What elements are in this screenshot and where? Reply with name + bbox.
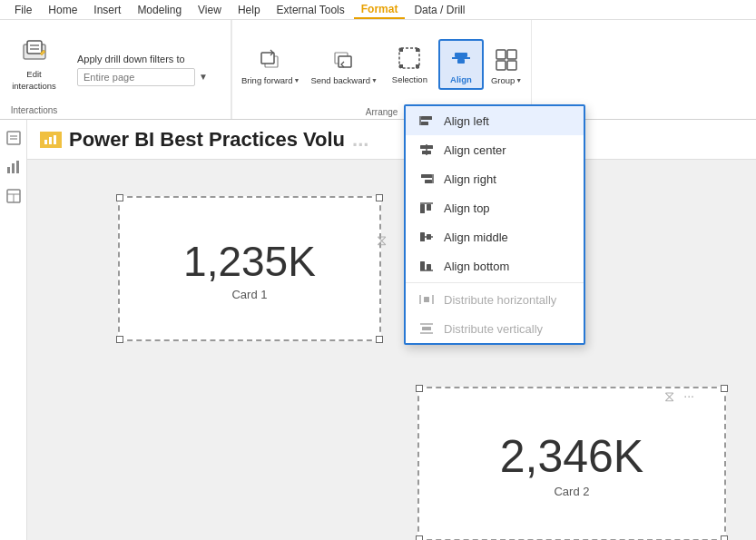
svg-rect-30 (49, 137, 52, 144)
canvas-area: Power BI Best Practices Volu ... nd Visu… (27, 120, 756, 540)
dropdown-divider (406, 282, 584, 283)
group-button[interactable]: Group ▼ (487, 43, 525, 87)
menu-format[interactable]: Format (354, 1, 406, 19)
align-middle-item[interactable]: Align middle (406, 222, 584, 251)
group-icon (493, 46, 520, 74)
ribbon: Editinteractions Interactions Apply dril… (0, 20, 756, 120)
svg-rect-23 (7, 167, 10, 173)
align-dropdown: Align left Align center Align right (404, 104, 585, 345)
card2-handle-bl (416, 535, 423, 540)
menu-insert[interactable]: Insert (86, 2, 128, 18)
card2-more-icon[interactable]: ··· (683, 388, 694, 403)
distribute-v-icon (418, 320, 435, 337)
align-icon (447, 44, 475, 72)
align-right-item[interactable]: Align right (406, 164, 584, 193)
distribute-v-label: Distribute vertically (444, 322, 543, 336)
report-bar-icon (40, 132, 62, 148)
align-right-label: Align right (444, 172, 496, 186)
card2-handle-tl (416, 385, 423, 392)
card-2[interactable]: 2,346K Card 2 (417, 387, 726, 540)
bring-forward-label: Bring forward (241, 75, 293, 85)
align-top-icon (418, 200, 435, 216)
svg-rect-11 (399, 64, 403, 68)
svg-rect-40 (425, 180, 432, 183)
svg-rect-46 (427, 234, 431, 240)
card1-value: 1,235K (183, 237, 316, 286)
distribute-h-label: Distribute horizontally (444, 293, 556, 307)
card1-label: Card 1 (231, 288, 267, 301)
drill-filter-select[interactable] (77, 68, 195, 86)
align-middle-label: Align middle (444, 231, 508, 244)
svg-rect-20 (7, 132, 20, 144)
sidebar-visual-icon[interactable] (3, 156, 25, 178)
align-left-item[interactable]: Align left (406, 106, 584, 135)
svg-rect-29 (44, 140, 47, 144)
selection-button[interactable]: Selection (385, 41, 435, 88)
menu-help[interactable]: Help (231, 2, 268, 18)
svg-rect-43 (427, 204, 431, 211)
svg-rect-15 (457, 59, 465, 64)
distribute-h-icon (418, 291, 435, 308)
canvas: 1,235K Card 1 ⧖ 2,346K Card 2 ⧖ ··· (27, 160, 756, 540)
svg-rect-39 (421, 174, 432, 178)
svg-rect-19 (507, 61, 516, 70)
menu-view[interactable]: View (191, 2, 229, 18)
align-center-icon (418, 142, 435, 158)
svg-rect-55 (422, 327, 431, 330)
card2-filter-icon[interactable]: ⧖ (664, 388, 674, 405)
selection-icon (396, 44, 423, 72)
sidebar-report-icon[interactable] (3, 127, 25, 149)
menu-modeling[interactable]: Modeling (130, 2, 189, 18)
group-label: Group (491, 75, 515, 85)
align-bottom-label: Align bottom (444, 260, 509, 273)
align-center-item[interactable]: Align center (406, 135, 584, 164)
svg-rect-45 (420, 232, 425, 241)
distribute-v-item[interactable]: Distribute vertically (406, 314, 584, 343)
align-bottom-item[interactable]: Align bottom (406, 251, 584, 280)
menu-external-tools[interactable]: External Tools (270, 2, 352, 18)
align-top-item[interactable]: Align top (406, 193, 584, 222)
bring-forward-button[interactable]: Bring forward ▼ (238, 43, 303, 87)
handle-br (376, 336, 383, 343)
edit-interactions-label: Editinteractions (12, 69, 56, 92)
edit-interactions-button[interactable]: Editinteractions (6, 25, 62, 103)
edit-interactions-icon (20, 37, 49, 66)
send-backward-button[interactable]: Send backward ▼ (307, 43, 380, 87)
sidebar-table-icon[interactable] (3, 185, 25, 207)
send-backward-label: Send backward (310, 75, 369, 85)
handle-tr (376, 194, 383, 201)
align-right-icon (418, 171, 435, 187)
svg-rect-52 (424, 297, 429, 302)
menu-data-drill[interactable]: Data / Drill (407, 2, 472, 18)
svg-rect-25 (16, 161, 19, 173)
svg-rect-24 (12, 163, 15, 173)
interactions-group-label: Interactions (11, 105, 58, 115)
card1-filter-icon[interactable]: ⧖ (377, 232, 387, 249)
svg-rect-18 (496, 61, 506, 70)
handle-bl (116, 336, 123, 343)
align-top-label: Align top (444, 201, 490, 215)
align-button[interactable]: Align (438, 39, 484, 90)
drill-filter-label: Apply drill down filters to (77, 54, 221, 64)
svg-rect-33 (421, 116, 432, 120)
menu-file[interactable]: File (7, 2, 39, 18)
menu-home[interactable]: Home (41, 2, 84, 18)
card2-handle-tr (721, 385, 728, 392)
svg-rect-17 (507, 50, 516, 59)
handle-tl (116, 194, 123, 201)
card2-handle-br (721, 535, 728, 540)
distribute-h-item[interactable]: Distribute horizontally (406, 285, 584, 314)
svg-rect-34 (421, 122, 428, 125)
card-1[interactable]: 1,235K Card 1 (118, 196, 381, 341)
report-title: Power BI Best Practices Volu (69, 128, 345, 152)
align-center-label: Align center (444, 143, 506, 157)
svg-rect-7 (339, 56, 351, 67)
svg-rect-42 (420, 204, 425, 213)
svg-rect-9 (399, 48, 403, 52)
svg-rect-36 (420, 145, 433, 149)
bring-forward-icon (257, 46, 284, 74)
svg-rect-12 (416, 64, 419, 68)
bring-forward-arrow: ▼ (294, 77, 300, 83)
align-left-label: Align left (444, 114, 489, 128)
card2-label: Card 2 (554, 485, 589, 498)
